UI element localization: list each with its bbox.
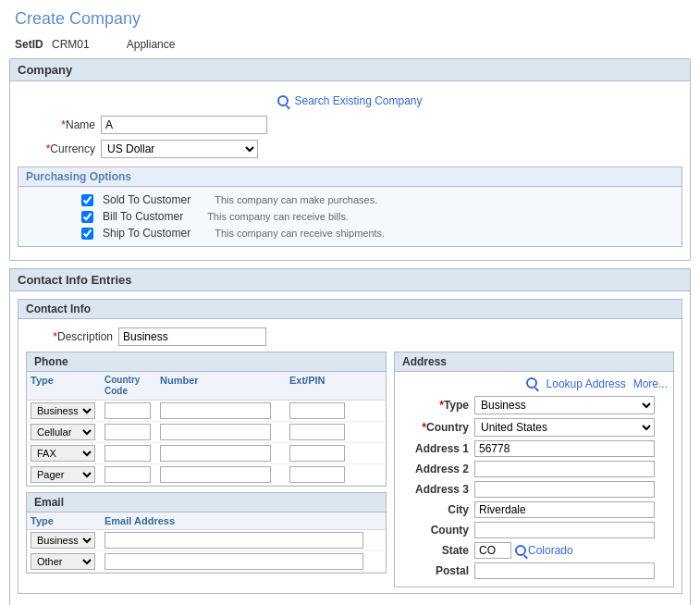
phone-type-business-select[interactable]: Business <box>31 402 95 419</box>
ship-to-customer-row: Ship To Customer This company can receiv… <box>26 226 674 241</box>
addr-country-row: *Country United States <box>400 416 668 438</box>
search-existing-company-link[interactable]: Search Existing Company <box>277 94 422 107</box>
sold-to-customer-checkbox[interactable] <box>81 194 93 206</box>
more-link[interactable]: More... <box>633 377 668 390</box>
ship-to-customer-checkbox[interactable] <box>81 228 93 240</box>
phone-col-ext: Ext/PIN <box>289 375 363 397</box>
phone-cc-business-input[interactable] <box>104 402 151 419</box>
addr-city-label: City <box>400 503 474 516</box>
phone-row-business: Business <box>27 401 386 422</box>
phone-column-headers: Type Country Code Number Ext/PIN <box>27 372 386 401</box>
phone-num-business-input[interactable] <box>160 402 271 419</box>
address-link-row: Lookup Address More... <box>400 377 668 390</box>
addr-type-select[interactable]: Business <box>474 396 655 414</box>
setid-row: SetID CRM01 Appliance <box>0 34 700 58</box>
state-control: Colorado <box>474 542 573 559</box>
phone-ext-pager-input[interactable] <box>289 466 345 483</box>
currency-select[interactable]: US Dollar <box>101 140 258 158</box>
email-type-other-select[interactable]: Other <box>31 553 95 570</box>
phone-type-pager-select[interactable]: Pager <box>31 466 95 483</box>
addr-address1-label: Address 1 <box>400 442 474 455</box>
phone-num-pager-input[interactable] <box>160 466 271 483</box>
currency-label: *Currency <box>18 142 101 155</box>
lookup-address-link[interactable]: Lookup Address <box>546 377 626 390</box>
bill-to-customer-row: Bill To Customer This company can receiv… <box>26 209 674 224</box>
contact-info-section: Contact Info Entries Contact Info *Descr… <box>9 268 691 605</box>
email-other-input[interactable] <box>104 553 363 570</box>
addr-postal-label: Postal <box>400 564 474 577</box>
search-row: Search Existing Company <box>10 89 690 113</box>
email-type-business-select[interactable]: Business <box>31 532 95 549</box>
phone-header: Phone <box>27 352 386 372</box>
postal-input[interactable] <box>474 562 655 579</box>
addr-address3-row: Address 3 <box>400 479 668 500</box>
address3-input[interactable] <box>474 481 655 498</box>
phone-row-pager: Pager <box>27 464 386 486</box>
contact-info-header: Contact Info Entries <box>10 269 690 291</box>
addr-address2-label: Address 2 <box>400 463 474 475</box>
addr-address1-row: Address 1 <box>400 438 668 459</box>
phone-type-fax-select[interactable]: FAX <box>31 445 95 462</box>
phone-ext-business <box>289 402 363 419</box>
description-row: *Description <box>26 325 674 352</box>
addr-county-row: County <box>400 520 668 540</box>
contact-info-subheader: Contact Info <box>18 300 682 319</box>
phone-cc-cellular-input[interactable] <box>104 424 151 440</box>
email-column-headers: Type Email Address <box>27 512 386 530</box>
currency-control: US Dollar <box>101 140 258 158</box>
bill-to-customer-checkbox[interactable] <box>81 211 93 223</box>
company-section: Company Search Existing Company *Name *C… <box>9 58 691 261</box>
purchasing-body: Sold To Customer This company can make p… <box>18 187 682 246</box>
phone-ext-fax-input[interactable] <box>289 445 345 462</box>
setid-label: SetID <box>15 38 43 51</box>
addr-address2-row: Address 2 <box>400 459 668 479</box>
name-input[interactable] <box>101 116 267 134</box>
state-name-link[interactable]: Colorado <box>528 544 573 557</box>
name-row: *Name <box>10 113 690 137</box>
address-body: Lookup Address More... *Type Business <box>395 372 673 586</box>
phone-col-cc: Country Code <box>104 375 160 397</box>
phone-row-fax: FAX <box>27 443 386 464</box>
contact-info-form: *Description Phone Type Country Code Nu <box>18 319 682 593</box>
email-col-type: Type <box>31 515 104 526</box>
addr-address3-label: Address 3 <box>400 483 474 496</box>
phone-col-type: Type <box>31 375 104 397</box>
description-label: *Description <box>26 330 118 343</box>
phone-column: Phone Type Country Code Number Ext/PIN <box>26 352 387 587</box>
address2-input[interactable] <box>474 461 655 477</box>
email-col-address: Email Address <box>104 515 175 526</box>
county-input[interactable] <box>474 522 655 538</box>
state-input[interactable] <box>474 542 511 559</box>
appliance-label: Appliance <box>127 38 176 51</box>
addr-type-row: *Type Business <box>400 394 668 416</box>
phone-type-cellular-select[interactable]: Cellular <box>31 424 95 440</box>
phone-cc-fax-input[interactable] <box>104 445 151 462</box>
company-section-header: Company <box>10 59 690 81</box>
sold-to-customer-label: Sold To Customer <box>103 193 190 206</box>
phone-num-cellular-input[interactable] <box>160 424 271 440</box>
addr-state-row: State Colorado <box>400 540 668 561</box>
phone-col-number: Number <box>160 375 289 397</box>
currency-row: *Currency US Dollar <box>10 137 690 161</box>
email-header: Email <box>27 493 386 512</box>
lookup-address-icon <box>526 377 537 389</box>
contact-info-subsection: Contact Info *Description Phone <box>18 299 682 594</box>
phone-cc-pager-input[interactable] <box>104 466 151 483</box>
address1-input[interactable] <box>474 440 655 457</box>
search-button-label: Search Existing Company <box>294 94 422 107</box>
contact-info-body: Contact Info *Description Phone <box>10 291 690 605</box>
purchasing-header: Purchasing Options <box>18 167 682 187</box>
phone-address-columns: Phone Type Country Code Number Ext/PIN <box>26 352 674 587</box>
email-row-business: Business <box>27 530 386 551</box>
email-business-input[interactable] <box>104 532 363 549</box>
phone-ext-cellular-input[interactable] <box>289 424 345 440</box>
description-input[interactable] <box>118 327 266 346</box>
page-title: Create Company <box>0 0 700 34</box>
email-section: Email Type Email Address Business <box>26 492 387 574</box>
phone-num-fax-input[interactable] <box>160 445 271 462</box>
ship-to-customer-label: Ship To Customer <box>103 227 190 240</box>
addr-county-label: County <box>400 524 474 537</box>
phone-ext-business-input[interactable] <box>289 402 345 419</box>
addr-country-select[interactable]: United States <box>474 418 655 437</box>
city-input[interactable] <box>474 501 655 518</box>
